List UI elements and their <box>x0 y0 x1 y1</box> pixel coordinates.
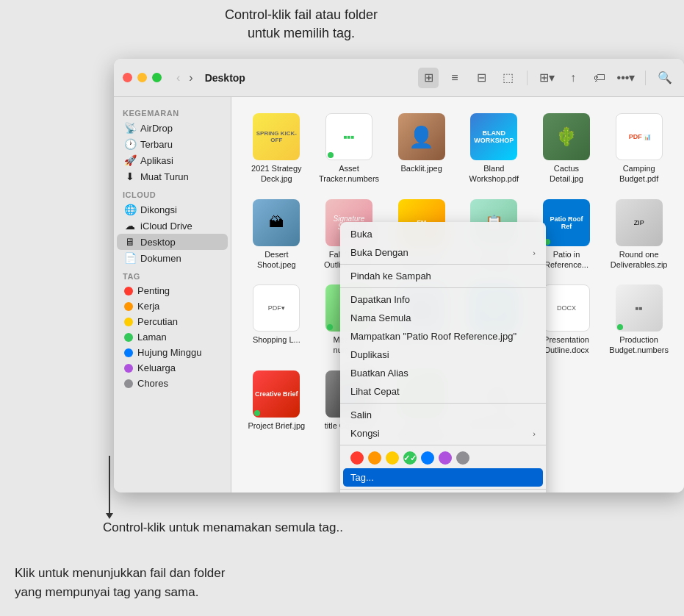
tag-icon[interactable]: 🏷 <box>589 68 610 88</box>
menu-item-quicklook[interactable]: Lihat Cepat <box>340 382 546 401</box>
back-button[interactable]: ‹ <box>173 70 183 86</box>
sidebar-item-documents[interactable]: 📄 Dokumen <box>117 250 228 266</box>
view-gallery-icon[interactable]: ⬚ <box>497 68 518 88</box>
file-icon-camping: PDF 📊 <box>616 113 663 160</box>
toolbar-icons: ⊞ ≡ ⊟ ⬚ ⊞▾ ↑ 🏷 •••▾ 🔍 <box>418 68 675 88</box>
menu-item-rename[interactable]: Nama Semula <box>340 309 546 327</box>
menu-divider-2 <box>340 287 546 288</box>
path-label: Desktop <box>205 72 245 84</box>
icloud-label: iCloud <box>114 185 231 201</box>
group-icon[interactable]: ⊞▾ <box>536 68 557 88</box>
sidebar-item-hujung-minggu[interactable]: Hujung Minggu <box>117 345 228 360</box>
menu-item-tag[interactable]: Tag... <box>343 468 543 487</box>
menu-divider-3 <box>340 403 546 404</box>
main-content: SPRING KICK-OFF 2021 Strategy Deck.jpg ■… <box>231 97 684 493</box>
more-icon[interactable]: •••▾ <box>616 68 636 88</box>
tag-color-blue[interactable] <box>421 451 434 465</box>
menu-item-quick-action[interactable]: Tindakan Cepat › <box>340 492 546 493</box>
file-item-camping[interactable]: PDF 📊 Camping Budget.pdf <box>605 109 672 189</box>
close-button[interactable] <box>123 73 132 82</box>
sidebar-item-aplikasi[interactable]: 🚀 Aplikasi <box>117 152 228 168</box>
share-icon[interactable]: ↑ <box>563 68 583 88</box>
tag-dot-hujung <box>124 348 133 357</box>
menu-item-copy[interactable]: Salin <box>340 406 546 424</box>
file-name-cactus: Cactus Detail.jpg <box>536 163 597 185</box>
menu-item-share[interactable]: Kongsi › <box>340 424 546 443</box>
tag-dot-chores <box>124 379 133 388</box>
file-item-asset[interactable]: ■■■ Asset Tracker.numbers <box>316 109 383 189</box>
sidebar-item-penting[interactable]: Penting <box>117 283 228 298</box>
sidebar-item-laman[interactable]: Laman <box>117 329 228 345</box>
sidebar-item-label-documents: Dokumen <box>140 253 181 264</box>
file-icon-shopping: PDF▾ <box>253 284 300 332</box>
search-icon[interactable]: 🔍 <box>655 68 675 88</box>
menu-item-trash[interactable]: Pindah ke Sampah <box>340 267 546 285</box>
file-item-shopping[interactable]: PDF▾ Shopping L... <box>243 280 310 360</box>
sidebar-item-label-dikongsi: Dikongsi <box>140 204 177 215</box>
minimize-button[interactable] <box>137 73 147 82</box>
tag-colors-row: ✓ <box>340 448 546 468</box>
sidebar-item-label-keluarga: Keluarga <box>137 362 176 373</box>
tag-dot-penting <box>124 287 133 296</box>
sidebar-item-airdrop[interactable]: 📡 AirDrop <box>117 120 228 136</box>
tag-color-orange[interactable] <box>368 451 381 465</box>
file-item-production[interactable]: ■■ Production Budget.numbers <box>605 280 672 360</box>
sidebar-item-label-penting: Penting <box>137 285 170 296</box>
view-columns-icon[interactable]: ⊟ <box>471 68 492 88</box>
annotation-bottom-right: Control-klik untuk menamakan semula tag.… <box>103 518 343 537</box>
desktop-icon: 🖥 <box>124 236 136 248</box>
tag-color-purple[interactable] <box>439 451 452 465</box>
file-item-desert[interactable]: 🏔 Desert Shoot.jpeg <box>243 195 310 275</box>
sidebar-item-label-kerja: Kerja <box>137 301 159 312</box>
file-name-strategy: 2021 Strategy Deck.jpg <box>246 163 307 185</box>
sidebar-item-dikongsi[interactable]: 🌐 Dikongsi <box>117 201 228 218</box>
file-name-bland: Bland Workshop.pdf <box>464 163 525 185</box>
maximize-button[interactable] <box>152 73 162 82</box>
tag-color-red[interactable] <box>350 451 364 465</box>
sidebar-item-label-chores: Chores <box>137 378 168 389</box>
shared-icon: 🌐 <box>124 204 136 215</box>
sidebar-item-chores[interactable]: Chores <box>117 376 228 391</box>
recents-icon: 🕐 <box>124 138 136 150</box>
menu-item-info[interactable]: Dapatkan Info <box>340 290 546 309</box>
file-item-backlit[interactable]: 👤 Backlit.jpeg <box>388 109 455 189</box>
menu-item-duplicate[interactable]: Duplikasi <box>340 345 546 364</box>
tag-color-green[interactable]: ✓ <box>403 451 417 465</box>
view-list-icon[interactable]: ≡ <box>444 68 465 88</box>
menu-item-alias[interactable]: Buatkan Alias <box>340 364 546 382</box>
sidebar-item-downloads[interactable]: ⬇ Muat Turun <box>117 168 228 185</box>
tag-color-yellow[interactable] <box>386 451 399 465</box>
menu-item-open[interactable]: Buka <box>340 225 546 243</box>
file-name-production: Production Budget.numbers <box>608 334 669 356</box>
sidebar-item-terbaru[interactable]: 🕐 Terbaru <box>117 136 228 152</box>
file-name-backlit: Backlit.jpeg <box>401 163 442 173</box>
sidebar-item-label-aplikasi: Aplikasi <box>140 155 173 166</box>
file-icon-backlit: 👤 <box>398 113 445 160</box>
file-icon-round: ZIP <box>616 199 663 246</box>
file-icon-asset: ■■■ <box>325 113 372 160</box>
sidebar-item-desktop[interactable]: 🖥 Desktop <box>117 234 228 250</box>
file-item-bland[interactable]: BLAND WORKSHOP Bland Workshop.pdf <box>461 109 528 189</box>
nav-arrows: ‹ › <box>173 70 196 86</box>
file-name-desert: Desert Shoot.jpeg <box>246 249 307 271</box>
menu-divider-1 <box>340 264 546 265</box>
file-item-strategy[interactable]: SPRING KICK-OFF 2021 Strategy Deck.jpg <box>243 109 310 189</box>
sidebar: Kegemaran 📡 AirDrop 🕐 Terbaru 🚀 Aplikasi… <box>114 97 231 493</box>
file-icon-production: ■■ <box>616 284 663 332</box>
file-icon-project: Creative Brief <box>253 370 300 418</box>
sidebar-item-kerja[interactable]: Kerja <box>117 298 228 314</box>
menu-item-open-with[interactable]: Buka Dengan › <box>340 243 546 262</box>
sidebar-item-icloud[interactable]: ☁ iCloud Drive <box>117 218 228 234</box>
tag-color-gray[interactable] <box>456 451 469 465</box>
sidebar-item-keluarga[interactable]: Keluarga <box>117 360 228 376</box>
forward-button[interactable]: › <box>186 70 195 86</box>
sidebar-item-percutian[interactable]: Percutian <box>117 314 228 329</box>
file-item-round[interactable]: ZIP Round one Deliverables.zip <box>605 195 672 275</box>
file-item-cactus[interactable]: 🌵 Cactus Detail.jpg <box>533 109 600 189</box>
file-name-project: Project Brief.jpg <box>248 420 306 431</box>
sidebar-item-label-terbaru: Terbaru <box>140 139 173 150</box>
file-item-project[interactable]: Creative Brief Project Brief.jpg <box>243 366 310 456</box>
view-grid-icon[interactable]: ⊞ <box>418 68 439 88</box>
open-with-chevron: › <box>533 248 536 257</box>
menu-item-compress[interactable]: Mampatkan "Patio Roof Reference.jpg" <box>340 327 546 345</box>
